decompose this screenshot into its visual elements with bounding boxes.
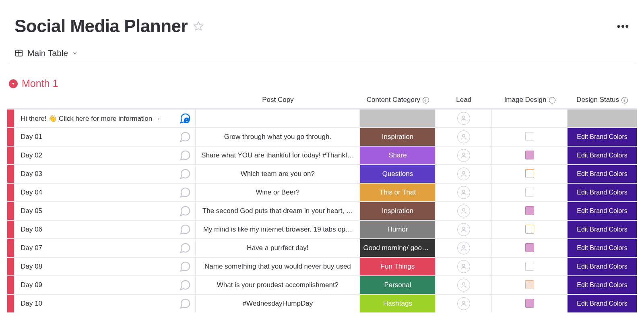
item-name-cell[interactable]: Day 09 [14, 275, 196, 294]
design-status-cell[interactable]: Edit Brand Colors [568, 201, 637, 220]
table-row[interactable]: Day 02Share what YOU are thankful for to… [7, 146, 637, 164]
table-row[interactable]: Day 03Which team are you on?QuestionsEdi… [7, 164, 637, 183]
person-icon[interactable] [457, 242, 470, 254]
image-design-cell[interactable] [492, 109, 568, 127]
post-copy-cell[interactable]: Which team are you on? [196, 164, 360, 183]
chat-icon[interactable] [179, 149, 191, 161]
table-row[interactable]: Day 05The second God puts that dream in … [7, 201, 637, 220]
thumbnail[interactable] [525, 225, 534, 234]
image-design-cell[interactable] [492, 220, 568, 238]
image-design-cell[interactable] [492, 164, 568, 183]
item-name-cell[interactable]: Day 02 [14, 146, 196, 164]
image-design-cell[interactable] [492, 146, 568, 164]
post-copy-cell[interactable]: Wine or Beer? [196, 183, 360, 201]
post-copy-cell[interactable]: Share what YOU are thankful for today! #… [196, 146, 360, 164]
more-menu-icon[interactable]: ••• [617, 21, 630, 32]
chat-icon[interactable] [179, 168, 191, 180]
category-cell[interactable]: Personal [360, 275, 436, 294]
post-copy-cell[interactable]: Grow through what you go through. [196, 127, 360, 146]
image-design-cell[interactable] [492, 257, 568, 275]
category-cell[interactable]: Hashtags [360, 294, 436, 312]
category-cell[interactable]: Humor [360, 220, 436, 238]
chat-icon[interactable] [179, 242, 191, 254]
chat-icon[interactable] [179, 279, 191, 291]
thumbnail[interactable] [525, 206, 534, 215]
lead-cell[interactable] [436, 127, 492, 146]
item-name-cell[interactable]: Day 04 [14, 183, 196, 201]
lead-cell[interactable] [436, 220, 492, 238]
image-design-cell[interactable] [492, 127, 568, 146]
table-row[interactable]: Hi there! 👋 Click here for more informat… [7, 109, 637, 127]
item-name-cell[interactable]: Day 01 [14, 127, 196, 146]
group-title[interactable]: Month 1 [22, 78, 58, 89]
design-status-cell[interactable]: Edit Brand Colors [568, 183, 637, 201]
design-status-cell[interactable]: Edit Brand Colors [568, 238, 637, 257]
info-icon[interactable]: i [549, 97, 555, 103]
item-name-cell[interactable]: Day 10 [14, 294, 196, 312]
category-cell[interactable]: Share [360, 146, 436, 164]
item-name-cell[interactable]: Day 05 [14, 201, 196, 220]
image-design-cell[interactable] [492, 238, 568, 257]
image-design-cell[interactable] [492, 201, 568, 220]
design-status-cell[interactable]: Edit Brand Colors [568, 275, 637, 294]
post-copy-cell[interactable]: My mind is like my internet browser. 19 … [196, 220, 360, 238]
thumbnail[interactable] [525, 262, 534, 271]
chat-icon[interactable] [179, 205, 191, 217]
design-status-cell[interactable]: Edit Brand Colors [568, 146, 637, 164]
category-cell[interactable]: Good morning/ good … [360, 238, 436, 257]
item-name-cell[interactable]: Day 03 [14, 164, 196, 183]
chat-icon[interactable] [179, 131, 191, 143]
post-copy-cell[interactable]: #WednesdayHumpDay [196, 294, 360, 312]
table-row[interactable]: Day 07Have a purrfect day!Good morning/ … [7, 238, 637, 257]
thumbnail[interactable] [525, 280, 534, 289]
chat-icon[interactable] [179, 186, 191, 199]
lead-cell[interactable] [436, 238, 492, 257]
lead-cell[interactable] [436, 109, 492, 127]
design-status-cell[interactable] [568, 109, 637, 127]
favorite-star-icon[interactable] [193, 21, 204, 31]
person-icon[interactable] [457, 205, 470, 217]
item-name-cell[interactable]: Hi there! 👋 Click here for more informat… [14, 109, 196, 127]
design-status-cell[interactable]: Edit Brand Colors [568, 257, 637, 275]
post-copy-cell[interactable]: What is your proudest accomplishment? [196, 275, 360, 294]
category-cell[interactable] [360, 109, 436, 127]
main-table-view-tab[interactable]: Main Table [14, 48, 78, 58]
person-icon[interactable] [457, 130, 470, 143]
person-icon[interactable] [457, 223, 470, 236]
person-icon[interactable] [457, 297, 470, 310]
category-cell[interactable]: Inspiration [360, 127, 436, 146]
thumbnail[interactable] [525, 299, 534, 308]
col-post-copy[interactable]: Post Copy [196, 92, 360, 109]
info-icon[interactable]: i [621, 97, 628, 103]
thumbnail[interactable] [525, 188, 534, 196]
table-row[interactable]: Day 01Grow through what you go through.I… [7, 127, 637, 146]
post-copy-cell[interactable]: The second God puts that dream in your h… [196, 201, 360, 220]
chat-icon[interactable] [179, 261, 191, 273]
item-name-cell[interactable]: Day 07 [14, 238, 196, 257]
person-icon[interactable] [457, 279, 470, 292]
lead-cell[interactable] [436, 201, 492, 220]
category-cell[interactable]: Questions [360, 164, 436, 183]
table-row[interactable]: Day 04Wine or Beer?This or ThatEdit Bran… [7, 183, 637, 201]
item-name-cell[interactable]: Day 08 [14, 257, 196, 275]
person-icon[interactable] [457, 260, 470, 273]
post-copy-cell[interactable]: Have a purrfect day! [196, 238, 360, 257]
group-collapse-toggle[interactable] [9, 79, 18, 88]
table-row[interactable]: Day 08Name something that you would neve… [7, 257, 637, 275]
design-status-cell[interactable]: Edit Brand Colors [568, 164, 637, 183]
thumbnail[interactable] [525, 132, 534, 141]
lead-cell[interactable] [436, 146, 492, 164]
table-row[interactable]: Day 06My mind is like my internet browse… [7, 220, 637, 238]
category-cell[interactable]: Inspiration [360, 201, 436, 220]
category-cell[interactable]: This or That [360, 183, 436, 201]
col-content-category[interactable]: Content Categoryi [360, 92, 436, 109]
design-status-cell[interactable]: Edit Brand Colors [568, 220, 637, 238]
item-name-cell[interactable]: Day 06 [14, 220, 196, 238]
info-icon[interactable]: i [423, 97, 429, 103]
image-design-cell[interactable] [492, 183, 568, 201]
lead-cell[interactable] [436, 275, 492, 294]
thumbnail[interactable] [525, 243, 534, 252]
lead-cell[interactable] [436, 257, 492, 275]
image-design-cell[interactable] [492, 275, 568, 294]
table-row[interactable]: Day 09What is your proudest accomplishme… [7, 275, 637, 294]
